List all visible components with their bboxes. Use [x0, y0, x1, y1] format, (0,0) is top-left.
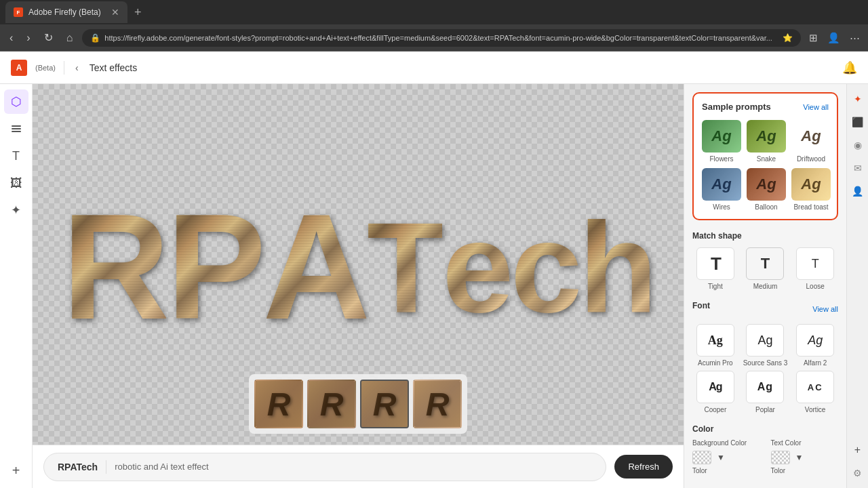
font-label-acumin: Acumin Pro — [698, 359, 733, 367]
font-title: Font — [692, 301, 710, 310]
bg-color-picker[interactable]: ▼ — [692, 451, 760, 464]
toolbar-icons: ⊞ 👤 ⋯ — [806, 29, 863, 47]
prompt-snake[interactable]: Ag Snake — [747, 120, 786, 163]
reload-button[interactable]: ↻ — [40, 28, 57, 47]
shape-box-medium: T — [746, 247, 784, 280]
thumbnail-3[interactable]: R — [360, 380, 409, 428]
sidebar-add-icon[interactable]: + — [4, 458, 28, 483]
header-divider — [64, 61, 64, 75]
font-acumin[interactable]: Ag Acumin Pro — [692, 324, 738, 367]
prompt-balloon[interactable]: Ag Balloon — [747, 168, 786, 211]
sidebar-star-icon[interactable]: ✦ — [4, 198, 28, 222]
refresh-button[interactable]: Refresh — [614, 455, 673, 479]
text-color-arrow[interactable]: ▼ — [795, 453, 804, 462]
prompt-driftwood[interactable]: Ag Driftwood — [791, 120, 831, 163]
font-vortice[interactable]: AC Vortice — [792, 371, 838, 413]
menu-button[interactable]: ⋯ — [847, 29, 863, 47]
sample-prompts-grid: Ag Flowers Ag Snake Ag Driftwood — [702, 120, 829, 211]
shape-box-loose: T — [796, 247, 834, 280]
text-color-picker[interactable]: ▼ — [771, 451, 839, 464]
prompt-flowers[interactable]: Ag Flowers — [702, 120, 741, 163]
prompt-thumb-flowers: Ag — [702, 120, 741, 152]
sidebar-layers-icon[interactable] — [4, 117, 28, 141]
bg-color-swatch[interactable] — [692, 451, 711, 464]
browser-toolbar: ‹ › ↻ ⌂ 🔒 https://firefly.adobe.com/gene… — [0, 24, 868, 52]
prompt-thumb-balloon: Ag — [747, 168, 786, 201]
shape-loose[interactable]: T Loose — [792, 247, 838, 290]
sidebar-text-icon[interactable]: T — [4, 144, 28, 168]
letter-h: h — [578, 203, 654, 331]
prompt-input-container[interactable]: RPATech robotic and Ai text effect — [43, 453, 606, 481]
text-input-label: RPATech — [58, 462, 98, 472]
url-text: https://firefly.adobe.com/generate/font-… — [104, 34, 778, 42]
right-icon-5[interactable]: 👤 — [848, 182, 867, 201]
font-box-poplar: Ag — [746, 371, 784, 403]
font-source-sans[interactable]: Ag Source Sans 3 — [743, 324, 789, 367]
sidebar-home-icon[interactable]: ⬡ — [4, 89, 28, 114]
prompt-thumb-driftwood: Ag — [791, 120, 831, 152]
sample-prompts-title: Sample prompts — [702, 102, 771, 112]
forward-button[interactable]: › — [22, 29, 34, 47]
shape-tight[interactable]: T Tight — [692, 247, 738, 290]
firefly-icon[interactable]: ✦ — [848, 89, 867, 108]
font-label-source-sans: Source Sans 3 — [743, 359, 788, 367]
back-button[interactable]: ‹ — [5, 29, 17, 47]
prompt-bread[interactable]: Ag Bread toast — [791, 168, 831, 211]
prompt-label-balloon: Balloon — [755, 203, 777, 211]
prompt-thumb-snake: Ag — [747, 120, 786, 152]
thumbnail-strip: R R R R — [249, 374, 467, 434]
input-divider — [106, 460, 106, 474]
prompt-wires[interactable]: Ag Wires — [702, 168, 741, 211]
extensions-button[interactable]: ⊞ — [806, 29, 821, 47]
thumb-letter-2: R — [320, 386, 344, 423]
shape-medium[interactable]: T Medium — [743, 247, 789, 290]
font-label-poplar: Poplar — [755, 406, 775, 413]
browser-tab[interactable]: F Adobe Firefly (Beta) ✕ — [5, 1, 127, 23]
font-grid: Ag Acumin Pro Ag Source Sans 3 Ag Alfarn… — [692, 324, 838, 413]
thumb-letter-4: R — [426, 386, 450, 423]
notification-icon[interactable]: 🔔 — [842, 60, 857, 75]
address-bar[interactable]: 🔒 https://firefly.adobe.com/generate/fon… — [82, 29, 801, 47]
bg-color-arrow[interactable]: ▼ — [717, 453, 725, 462]
profile-button[interactable]: 👤 — [825, 29, 843, 47]
prompt-label-driftwood: Driftwood — [797, 155, 825, 163]
bg-color-label: Background Color — [692, 439, 760, 447]
sidebar-image-icon[interactable]: 🖼 — [4, 171, 28, 195]
prompt-thumb-bread: Ag — [791, 168, 831, 201]
adobe-logo: A — [11, 60, 27, 76]
font-box-cooper: Ag — [696, 371, 734, 403]
prompt-label-wires: Wires — [713, 203, 730, 211]
app-layout: ⬡ T 🖼 ✦ + R P A T e c h — [0, 84, 868, 488]
sample-prompts-view-all[interactable]: View all — [803, 103, 829, 111]
thumbnail-2[interactable]: R — [307, 380, 356, 428]
new-tab-button[interactable]: + — [132, 3, 144, 22]
prompt-label-snake: Snake — [757, 155, 776, 163]
back-nav-button[interactable]: ‹ — [73, 60, 81, 76]
letter-A: A — [262, 192, 367, 342]
text-color-swatch[interactable] — [771, 451, 790, 464]
font-alfarn[interactable]: Ag Alfarn 2 — [792, 324, 838, 367]
home-button[interactable]: ⌂ — [62, 29, 77, 47]
font-view-all[interactable]: View all — [812, 305, 838, 313]
tab-title: Adobe Firefly (Beta) — [28, 7, 101, 17]
prompt-text: robotic and Ai text effect — [115, 462, 592, 472]
right-settings-icon[interactable]: ⚙ — [848, 464, 867, 483]
shape-label-tight: Tight — [708, 283, 723, 290]
right-icon-3[interactable]: ◉ — [848, 136, 867, 155]
left-sidebar: ⬡ T 🖼 ✦ + — [0, 84, 33, 488]
right-add-icon[interactable]: + — [848, 441, 867, 460]
bg-color-col: Background Color ▼ Tolor — [692, 439, 760, 474]
right-icon-4[interactable]: ✉ — [848, 159, 867, 178]
beta-badge: (Beta) — [35, 64, 56, 72]
font-poplar[interactable]: Ag Poplar — [743, 371, 789, 413]
thumbnail-1[interactable]: R — [254, 380, 303, 428]
app-header: A (Beta) ‹ Text effects 🔔 — [0, 52, 868, 84]
letter-e: e — [442, 203, 511, 331]
right-icon-2[interactable]: ⬛ — [848, 113, 867, 131]
close-tab-button[interactable]: ✕ — [111, 7, 119, 18]
font-cooper[interactable]: Ag Cooper — [692, 371, 738, 413]
font-box-acumin: Ag — [696, 324, 734, 357]
thumbnail-4[interactable]: R — [413, 380, 462, 428]
prompt-thumb-wires: Ag — [702, 168, 741, 201]
text-color-value-label: Tolor — [771, 467, 839, 474]
